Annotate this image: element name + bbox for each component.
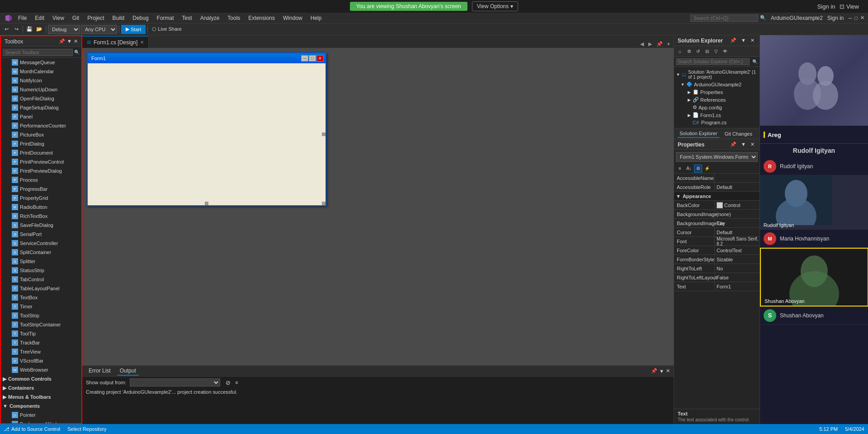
- menu-restore[interactable]: □: [854, 15, 858, 21]
- toolbox-section-menus[interactable]: ▶Menus & Toolbars: [1, 392, 81, 401]
- toolbox-item[interactable]: PProcess: [1, 175, 81, 184]
- tab-form1-design[interactable]: ⊞ Form1.cs [Design] ✕: [82, 36, 149, 48]
- prop-row-accessible-role[interactable]: AccessibleRole Default: [674, 183, 760, 192]
- toolbox-item[interactable]: SSaveFileDialog: [1, 221, 81, 230]
- toolbox-item[interactable]: PPictureBox: [1, 130, 81, 139]
- prop-row-righttoleft[interactable]: RightToLeft No: [674, 264, 760, 273]
- toolbox-item[interactable]: TTextBox: [1, 293, 81, 302]
- form-close-btn[interactable]: ✕: [316, 55, 324, 61]
- tab-git-changes[interactable]: Git Changes: [723, 130, 754, 137]
- menu-build[interactable]: Build: [109, 14, 128, 22]
- prop-row-text[interactable]: Text Form1: [674, 282, 760, 291]
- view-options-button[interactable]: View Options ▾: [472, 1, 518, 11]
- form-resize-e[interactable]: [322, 132, 326, 136]
- menu-view[interactable]: View: [49, 14, 68, 22]
- toolbox-item[interactable]: TTrackBar: [1, 338, 81, 347]
- form-resize-s[interactable]: [205, 202, 208, 205]
- se-btn-filter[interactable]: ▽: [712, 47, 720, 56]
- toolbox-item[interactable]: PPageSetupDialog: [1, 103, 81, 112]
- menu-minimize[interactable]: ─: [849, 15, 852, 21]
- menu-sign-in[interactable]: Sign in: [824, 15, 848, 21]
- prop-btn-alpha[interactable]: A↓: [685, 165, 693, 173]
- se-close[interactable]: ✕: [749, 37, 756, 44]
- start-button[interactable]: ▶ Start: [121, 25, 146, 34]
- se-btn-props[interactable]: ⚙: [685, 47, 693, 56]
- se-search-input[interactable]: [676, 58, 750, 65]
- prop-btn-events[interactable]: ⚡: [703, 165, 711, 173]
- form-minimize-btn[interactable]: ─: [301, 55, 308, 61]
- toolbox-section-containers[interactable]: ▶Containers: [1, 383, 81, 392]
- toolbox-arrow[interactable]: ▼: [67, 38, 72, 44]
- output-clear-btn[interactable]: ⊘: [226, 379, 231, 386]
- output-arrow[interactable]: ▼: [659, 368, 664, 374]
- se-btn-view[interactable]: 👁: [721, 47, 729, 56]
- toolbox-item[interactable]: PPanel: [1, 112, 81, 121]
- se-appconfig-node[interactable]: ⚙ App.config: [674, 104, 760, 111]
- expand-icon[interactable]: ▶: [687, 98, 691, 102]
- sign-in-link[interactable]: Sign in: [817, 3, 835, 10]
- menu-format[interactable]: Format: [153, 14, 178, 22]
- toolbox-item[interactable]: TToolStrip: [1, 311, 81, 320]
- cpu-select[interactable]: Any CPU x86 x64: [81, 25, 117, 34]
- output-source-select[interactable]: [130, 378, 220, 387]
- se-arrow[interactable]: ▼: [740, 37, 747, 44]
- menu-debug[interactable]: Debug: [129, 14, 152, 22]
- menu-project[interactable]: Project: [84, 14, 108, 22]
- toolbox-item[interactable]: RRichTextBox: [1, 212, 81, 221]
- prop-row-righttoleftlayout[interactable]: RightToLeftLayout False: [674, 273, 760, 282]
- prop-row-cursor[interactable]: Cursor Default: [674, 228, 760, 237]
- se-btn-collapse[interactable]: ⊟: [703, 47, 711, 56]
- toolbox-item[interactable]: VVScrollBar: [1, 356, 81, 365]
- toolbox-pin[interactable]: 📌: [59, 38, 65, 44]
- toolbox-item[interactable]: WWebBrowser: [1, 365, 81, 374]
- toolbox-item[interactable]: PPerformanceCounter: [1, 121, 81, 130]
- toolbox-item[interactable]: TTimer: [1, 302, 81, 311]
- expand-icon[interactable]: ▶: [687, 113, 691, 118]
- se-btn-home[interactable]: ⌂: [676, 47, 684, 56]
- expand-icon[interactable]: ▶: [687, 90, 691, 94]
- se-btn-refresh[interactable]: ↺: [694, 47, 702, 56]
- menu-git[interactable]: Git: [69, 14, 83, 22]
- prop-row-bgimagelayout[interactable]: BackgroundImageLay Tile: [674, 219, 760, 228]
- prop-row-accessible-name[interactable]: AccessibleName: [674, 174, 760, 183]
- menu-help[interactable]: Help: [307, 14, 326, 22]
- toolbox-item[interactable]: OOpenFileDialog: [1, 94, 81, 103]
- status-source-control[interactable]: ⎇ Add to Source Control: [4, 426, 60, 432]
- toolbox-item[interactable]: TToolStripContainer: [1, 320, 81, 329]
- design-surface[interactable]: Form1 ─ □ ✕: [82, 48, 674, 365]
- toolbox-section-common[interactable]: ▶Common Controls: [1, 374, 81, 383]
- form-window[interactable]: Form1 ─ □ ✕: [87, 52, 326, 206]
- output-pin[interactable]: 📌: [651, 368, 657, 374]
- prop-row-backcolor[interactable]: BackColor Control: [674, 201, 760, 210]
- prop-btn-cat[interactable]: ≡: [676, 165, 684, 173]
- menu-window[interactable]: Window: [279, 14, 306, 22]
- toolbar-save[interactable]: 💾: [25, 25, 34, 34]
- toolbar-open[interactable]: 📂: [35, 25, 44, 34]
- toolbar-undo[interactable]: ↩: [2, 25, 11, 34]
- toolbox-search-input[interactable]: [3, 49, 73, 56]
- expand-icon[interactable]: ▼: [680, 82, 685, 87]
- props-arrow[interactable]: ▼: [740, 141, 747, 148]
- tab-scroll-left[interactable]: ◀: [638, 40, 646, 48]
- output-wrap-btn[interactable]: ≡: [235, 380, 238, 385]
- toolbox-item[interactable]: SSerialPort: [1, 230, 81, 239]
- toolbar-redo[interactable]: ↪: [12, 25, 21, 34]
- menu-edit[interactable]: Edit: [31, 14, 48, 22]
- props-close[interactable]: ✕: [749, 141, 756, 148]
- form-maximize-btn[interactable]: □: [309, 55, 316, 61]
- toolbox-item[interactable]: RRadioButton: [1, 203, 81, 212]
- toolbox-item[interactable]: SStatusStrip: [1, 266, 81, 275]
- toolbox-item[interactable]: SServiceController: [1, 239, 81, 248]
- output-close[interactable]: ✕: [666, 368, 670, 374]
- expand-icon[interactable]: ▼: [676, 72, 680, 77]
- tab-dropdown[interactable]: ▾: [665, 40, 672, 48]
- toolbox-item[interactable]: SSplitContainer: [1, 248, 81, 257]
- tab-output[interactable]: Output: [117, 367, 139, 376]
- prop-row-formborderstyle[interactable]: FormBorderStyle Sizable: [674, 255, 760, 264]
- se-project-node[interactable]: ▼ 🔷 ArduinoGUIexample2: [674, 80, 760, 88]
- prop-section-appearance[interactable]: ▼ Appearance: [674, 192, 760, 201]
- prop-row-font[interactable]: Font Microsoft Sans Serif, 8.2: [674, 237, 760, 246]
- toolbox-item[interactable]: ▷Pointer: [1, 410, 81, 420]
- toolbox-item[interactable]: PPrintDialog: [1, 139, 81, 148]
- menu-close[interactable]: ✕: [860, 15, 864, 21]
